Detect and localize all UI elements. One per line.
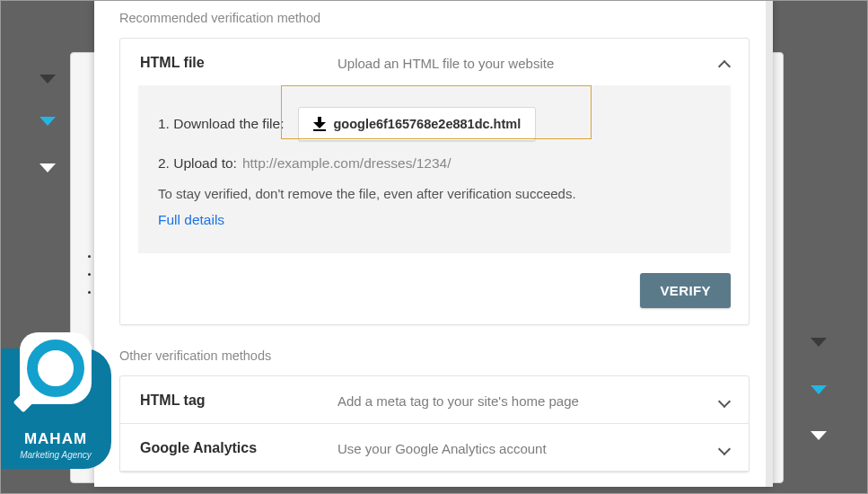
other-methods-card: HTML tag Add a meta tag to your site's h…: [119, 375, 750, 472]
triangle-decor: [39, 163, 56, 172]
method-title: HTML file: [140, 55, 338, 71]
method-description: Add a meta tag to your site's home page: [338, 393, 718, 409]
method-body: 1. Download the file: google6f165768e2e8…: [138, 85, 731, 253]
section-label-other: Other verification methods: [119, 348, 750, 363]
logo-name: MAHAM: [24, 430, 87, 448]
step-upload: 2. Upload to: http://example.com/dresses…: [158, 155, 713, 172]
chevron-down-icon: [718, 394, 731, 407]
method-description: Upload an HTML file to your website: [338, 56, 718, 71]
chevron-down-icon: [718, 442, 731, 454]
step-2-label: 2. Upload to:: [158, 155, 237, 172]
verify-button[interactable]: VERIFY: [640, 273, 731, 308]
download-filename: google6f165768e2e881dc.html: [333, 117, 521, 131]
method-header-html-file[interactable]: HTML file Upload an HTML file to your we…: [120, 39, 749, 85]
triangle-decor: [811, 338, 827, 347]
logo-subtitle: Marketing Agency: [20, 450, 92, 460]
section-label-recommended: Recommended verification method: [119, 11, 750, 25]
verify-row: VERIFY: [120, 271, 749, 324]
download-file-button[interactable]: google6f165768e2e881dc.html: [298, 107, 536, 141]
logo-mark: [20, 332, 92, 404]
verification-dialog: Recommended verification method HTML fil…: [94, 0, 773, 487]
download-icon: [313, 117, 326, 131]
method-description: Use your Google Analytics account: [338, 441, 718, 456]
verification-note: To stay verified, don't remove the file,…: [158, 186, 713, 201]
triangle-decor: [39, 117, 56, 126]
brand-logo: MAHAM Marketing Agency: [0, 348, 111, 469]
triangle-decor: [811, 385, 827, 394]
list-bullet: [88, 255, 91, 258]
method-title: Google Analytics: [140, 440, 338, 456]
full-details-link[interactable]: Full details: [158, 212, 224, 227]
triangle-decor: [811, 431, 827, 440]
method-header-html-tag[interactable]: HTML tag Add a meta tag to your site's h…: [120, 376, 749, 423]
list-bullet: [88, 273, 91, 276]
method-card-html-file: HTML file Upload an HTML file to your we…: [119, 38, 750, 325]
upload-url: http://example.com/dresses/1234/: [242, 155, 452, 172]
method-header-google-analytics[interactable]: Google Analytics Use your Google Analyti…: [120, 424, 749, 471]
scrollbar[interactable]: [766, 0, 773, 487]
step-download: 1. Download the file: google6f165768e2e8…: [158, 107, 713, 141]
triangle-decor: [39, 75, 56, 84]
chevron-up-icon: [718, 57, 731, 69]
step-1-label: 1. Download the file:: [158, 116, 284, 132]
list-bullet: [88, 291, 91, 294]
method-title: HTML tag: [140, 393, 338, 409]
